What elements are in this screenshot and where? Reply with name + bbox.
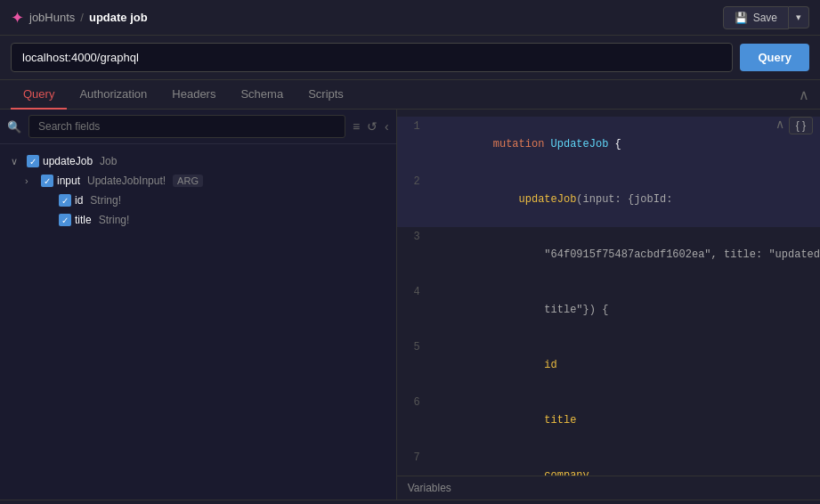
- code-line-2: 2 updateJob(input: {jobId:: [397, 172, 820, 227]
- breadcrumb-separator: /: [80, 11, 84, 24]
- tree-item-title: ✓ title String!: [0, 210, 396, 230]
- tab-scripts[interactable]: Scripts: [296, 80, 356, 110]
- filter-icon[interactable]: ≡: [353, 119, 360, 134]
- right-panel-collapse-icon[interactable]: ∧: [775, 117, 784, 131]
- tree-area: ∨ ✓ updateJob Job › ✓ input UpdateJobInp…: [0, 144, 396, 500]
- tab-headers[interactable]: Headers: [159, 80, 228, 110]
- url-input[interactable]: [11, 43, 733, 72]
- tab-authorization[interactable]: Authorization: [67, 80, 159, 110]
- tab-bar: Query Authorization Headers Schema Scrip…: [0, 80, 820, 110]
- save-label: Save: [753, 12, 777, 24]
- line-num-5: 5: [397, 338, 429, 356]
- tree-item-input: › ✓ input UpdateJobInput! ARG: [0, 171, 396, 191]
- code-line-6: 6 title: [397, 393, 820, 448]
- url-bar: Query: [0, 36, 820, 80]
- code-line-4: 4 title"}) {: [397, 282, 820, 337]
- logo-icon: ✦: [11, 8, 24, 28]
- top-bar: ✦ jobHunts / update job 💾 Save ▾: [0, 0, 820, 36]
- tab-headers-bottom[interactable]: Headers: [56, 500, 118, 504]
- search-input[interactable]: [28, 115, 345, 138]
- field-name-updatejob: updateJob: [43, 155, 93, 167]
- line-content-2: updateJob(input: {jobId:: [429, 173, 673, 226]
- code-line-3: 3 "64f0915f75487acbdf1602ea", title: "up…: [397, 227, 820, 282]
- refresh-icon[interactable]: ↺: [367, 119, 378, 134]
- line-content-4: title"}) {: [429, 283, 609, 337]
- code-line-5: 5 id: [397, 337, 820, 393]
- bottom-tab-bar: Body Headers Test Results Status: 200 OK…: [0, 500, 820, 504]
- line-num-7: 7: [397, 449, 429, 467]
- checkbox-updatejob[interactable]: ✓: [27, 155, 39, 167]
- query-button[interactable]: Query: [740, 44, 809, 71]
- checkbox-input[interactable]: ✓: [41, 175, 53, 187]
- code-editor[interactable]: 1 mutation UpdateJob { 2 updateJob(input…: [397, 110, 820, 476]
- save-dropdown-button[interactable]: ▾: [789, 6, 809, 28]
- tab-test-results[interactable]: Test Results: [118, 500, 198, 504]
- main-content: 🔍 ≡ ↺ ‹ ∨ ✓ updateJob Job › ✓ input Upda…: [0, 110, 820, 500]
- breadcrumb: ✦ jobHunts / update job: [11, 8, 148, 28]
- tab-body[interactable]: Body: [11, 500, 56, 504]
- field-badge-arg: ARG: [173, 175, 203, 187]
- line-num-4: 4: [397, 283, 429, 301]
- tree-item-id: ✓ id String!: [0, 191, 396, 210]
- tab-query[interactable]: Query: [11, 80, 67, 110]
- tab-schema[interactable]: Schema: [228, 80, 296, 110]
- checkbox-id[interactable]: ✓: [59, 194, 71, 207]
- line-num-6: 6: [397, 394, 429, 411]
- line-content-6: title: [429, 394, 577, 447]
- top-bar-actions: 💾 Save ▾: [723, 6, 809, 29]
- field-type-id: String!: [90, 194, 121, 207]
- right-panel: 1 mutation UpdateJob { 2 updateJob(input…: [397, 110, 820, 500]
- line-num-2: 2: [397, 173, 429, 191]
- chevron-icon[interactable]: ›: [25, 175, 37, 186]
- line-content-1: mutation UpdateJob {: [429, 118, 621, 171]
- field-type-updatejob: Job: [100, 155, 117, 167]
- project-name[interactable]: jobHunts: [29, 11, 75, 24]
- line-content-3: "64f0915f75487acbdf1602ea", title: "upda…: [429, 228, 820, 281]
- field-name-id: id: [75, 194, 83, 207]
- collapse-icon[interactable]: ‹: [385, 119, 389, 134]
- line-num-1: 1: [397, 118, 429, 135]
- search-bar: 🔍 ≡ ↺ ‹: [0, 110, 396, 144]
- line-content-7: company: [429, 449, 589, 476]
- save-button[interactable]: 💾 Save: [723, 6, 789, 29]
- page-title: update job: [89, 11, 148, 24]
- field-name-title: title: [75, 214, 92, 226]
- code-line-1: 1 mutation UpdateJob {: [397, 117, 820, 172]
- bottom-section: Body Headers Test Results Status: 200 OK…: [0, 500, 820, 504]
- chevron-icon[interactable]: ∨: [11, 156, 23, 167]
- field-type-input: UpdateJobInput!: [87, 175, 166, 187]
- line-num-3: 3: [397, 228, 429, 246]
- line-content-5: id: [429, 338, 557, 392]
- tree-item-updatejob: ∨ ✓ updateJob Job: [0, 151, 396, 171]
- field-name-input: input: [57, 175, 80, 187]
- save-icon: 💾: [735, 12, 748, 24]
- tab-bar-collapse-icon[interactable]: ∧: [799, 86, 809, 103]
- field-type-title: String!: [99, 214, 130, 226]
- braces-button[interactable]: { }: [789, 117, 813, 134]
- field-controls: ≡ ↺ ‹: [353, 119, 389, 134]
- left-panel: 🔍 ≡ ↺ ‹ ∨ ✓ updateJob Job › ✓ input Upda…: [0, 110, 397, 500]
- code-line-7: 7 company: [397, 448, 820, 476]
- search-icon: 🔍: [7, 120, 21, 134]
- checkbox-title[interactable]: ✓: [59, 214, 71, 226]
- variables-bar[interactable]: Variables: [397, 476, 820, 500]
